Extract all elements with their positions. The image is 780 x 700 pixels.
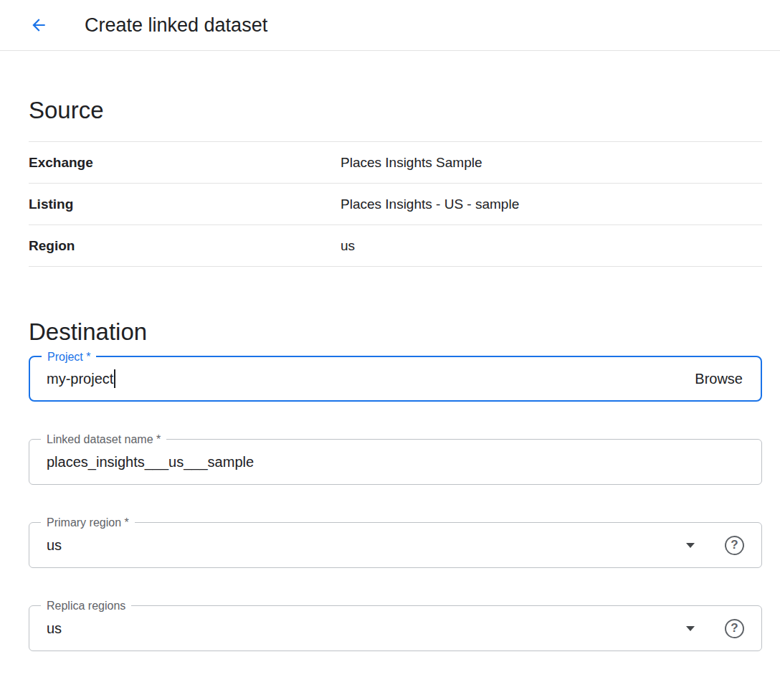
arrow-back-icon <box>29 16 48 34</box>
exchange-value: Places Insights Sample <box>341 155 482 171</box>
page-title: Create linked dataset <box>85 14 267 37</box>
source-heading: Source <box>29 97 762 124</box>
linked-dataset-name-input[interactable]: places_insights___us___sample <box>47 454 254 470</box>
chevron-down-icon[interactable] <box>686 543 695 548</box>
exchange-label: Exchange <box>29 155 341 171</box>
primary-region-label: Primary region * <box>41 516 135 529</box>
listing-label: Listing <box>29 197 341 212</box>
source-table: Exchange Places Insights Sample Listing … <box>29 141 762 267</box>
primary-region-field-wrap: Primary region * us ? <box>29 522 762 568</box>
replica-regions-label: Replica regions <box>41 599 131 612</box>
page-header: Create linked dataset <box>0 0 780 51</box>
project-input[interactable]: my-project <box>47 371 113 387</box>
primary-region-select[interactable]: Primary region * us ? <box>29 522 762 568</box>
back-button[interactable] <box>24 11 53 39</box>
region-label: Region <box>29 238 341 254</box>
linked-dataset-name-field-wrap: Linked dataset name * places_insights___… <box>29 439 762 485</box>
linked-dataset-name-label: Linked dataset name * <box>41 432 166 446</box>
replica-regions-field-wrap: Replica regions us ? <box>29 605 762 651</box>
listing-value: Places Insights - US - sample <box>341 197 519 212</box>
replica-regions-value: us <box>47 620 62 637</box>
chevron-down-icon[interactable] <box>686 626 695 631</box>
region-value: us <box>341 238 355 254</box>
project-field[interactable]: Project * my-project Browse <box>29 356 762 402</box>
help-icon[interactable]: ? <box>725 619 744 638</box>
table-row-exchange: Exchange Places Insights Sample <box>29 142 762 184</box>
help-icon[interactable]: ? <box>725 536 744 555</box>
create-linked-dataset-page: Create linked dataset Source Exchange Pl… <box>0 0 780 700</box>
project-field-wrap: Project * my-project Browse <box>29 356 762 402</box>
text-cursor <box>114 369 115 388</box>
linked-dataset-name-field[interactable]: Linked dataset name * places_insights___… <box>29 439 762 485</box>
primary-region-value: us <box>47 537 62 554</box>
browse-button[interactable]: Browse <box>693 368 744 390</box>
table-row-listing: Listing Places Insights - US - sample <box>29 184 762 225</box>
table-row-region: Region us <box>29 225 762 267</box>
main-content: Source Exchange Places Insights Sample L… <box>0 97 780 651</box>
project-field-label: Project * <box>42 350 96 364</box>
replica-regions-select[interactable]: Replica regions us ? <box>29 605 762 651</box>
destination-heading: Destination <box>29 318 762 346</box>
